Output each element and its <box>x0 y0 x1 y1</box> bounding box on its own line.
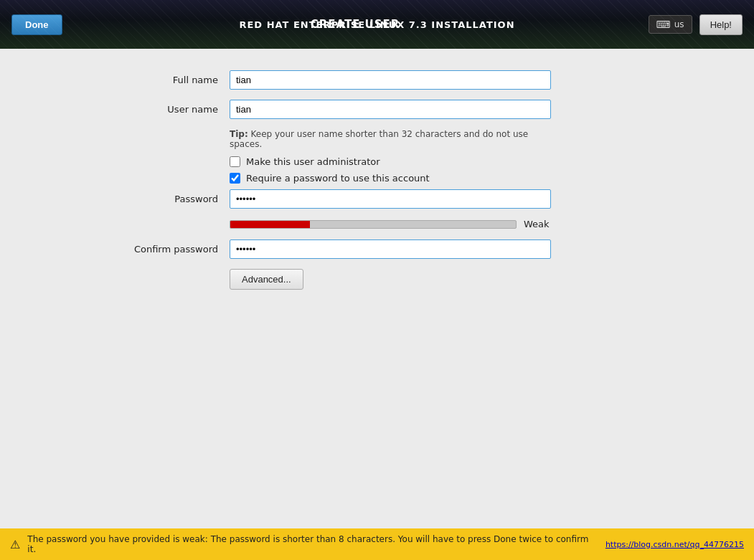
confirm-password-row: Confirm password <box>29 239 725 259</box>
installation-title: RED HAT ENTERPRISE LINUX 7.3 INSTALLATIO… <box>239 19 514 30</box>
strength-row: Weak <box>29 219 725 229</box>
user-name-row: User name <box>29 100 725 119</box>
tip-text: Tip: Keep your user name shorter than 32… <box>230 129 551 149</box>
password-row: Password <box>29 189 725 209</box>
advanced-row: Advanced... <box>29 269 725 290</box>
tip-row: Tip: Keep your user name shorter than 32… <box>29 129 725 149</box>
tip-label: Tip: <box>230 129 248 139</box>
header: Done CREATE USER RED HAT ENTERPRISE LINU… <box>0 0 754 49</box>
require-password-row: Require a password to use this account <box>29 173 725 184</box>
keyboard-icon: ⌨ <box>656 19 671 30</box>
warning-icon: ⚠ <box>10 538 20 551</box>
strength-label: Weak <box>524 219 550 229</box>
warning-link[interactable]: https://blog.csdn.net/qq_44776215 <box>605 540 744 549</box>
tip-content: Keep your user name shorter than 32 char… <box>230 129 528 149</box>
user-name-input[interactable] <box>230 100 551 119</box>
require-password-label: Require a password to use this account <box>246 173 430 184</box>
help-button[interactable]: Help! <box>699 14 743 35</box>
admin-checkbox[interactable] <box>230 156 240 167</box>
password-input[interactable] <box>230 189 551 209</box>
user-name-label: User name <box>29 104 230 115</box>
strength-bar-fill <box>230 221 310 228</box>
admin-checkbox-row: Make this user administrator <box>29 156 725 167</box>
warning-text: The password you have provided is weak: … <box>27 534 598 554</box>
full-name-input[interactable] <box>230 70 551 90</box>
confirm-password-label: Confirm password <box>29 244 230 255</box>
confirm-password-input[interactable] <box>230 239 551 259</box>
full-name-row: Full name <box>29 70 725 90</box>
advanced-button[interactable]: Advanced... <box>230 269 303 290</box>
admin-checkbox-content: Make this user administrator <box>230 156 380 167</box>
full-name-label: Full name <box>29 75 230 85</box>
password-label: Password <box>29 194 230 204</box>
admin-checkbox-label: Make this user administrator <box>246 156 380 167</box>
keyboard-lang: us <box>674 19 684 29</box>
warning-bar: ⚠ The password you have provided is weak… <box>0 528 754 560</box>
keyboard-indicator[interactable]: ⌨ us <box>649 15 692 34</box>
header-right: ⌨ us Help! <box>649 14 743 35</box>
require-password-content: Require a password to use this account <box>230 173 430 184</box>
require-password-checkbox[interactable] <box>230 173 240 184</box>
done-button[interactable]: Done <box>11 14 62 35</box>
strength-bar-container <box>230 220 517 229</box>
main-content: Full name User name Tip: Keep your user … <box>0 49 754 536</box>
